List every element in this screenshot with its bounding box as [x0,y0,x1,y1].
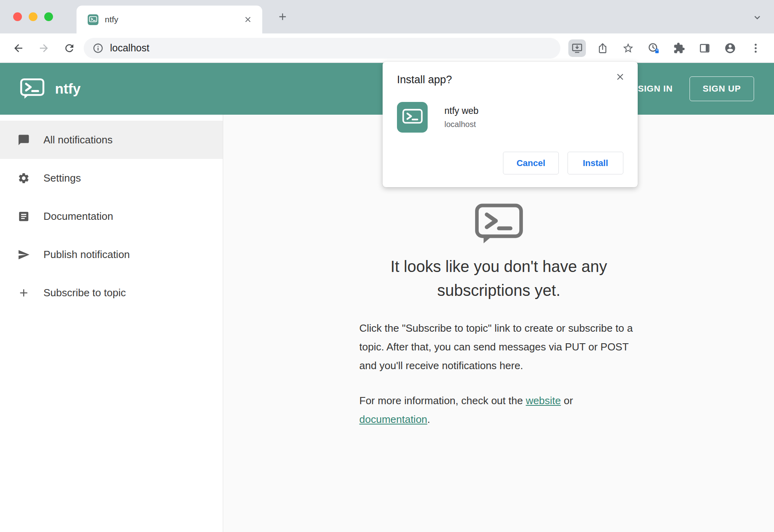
empty-state-more-info: For more information, check out the webs… [359,391,638,429]
reload-button[interactable] [61,39,78,57]
sign-in-button[interactable]: SIGN IN [632,78,678,100]
app-title: ntfy [55,81,81,97]
tab-close-icon[interactable] [242,14,253,25]
extensions-puzzle-icon[interactable] [670,39,688,57]
sidebar-item-label: Publish notification [43,248,130,261]
browser-toolbar: localhost [0,33,774,63]
sidebar-item-subscribe-to-topic[interactable]: Subscribe to topic [0,274,223,312]
sidebar-item-documentation[interactable]: Documentation [0,197,223,235]
install-app-button[interactable] [568,39,586,57]
back-button[interactable] [10,39,27,57]
ntfy-logo-icon [20,78,45,100]
close-window-button[interactable] [13,12,22,21]
forward-button[interactable] [35,39,53,57]
address-bar[interactable]: localhost [84,38,560,59]
more-info-text: For more information, check out the [359,395,526,407]
ntfy-empty-state-icon [474,203,524,244]
install-dialog-app-row: ntfy web localhost [397,102,623,133]
extension-clock-lock-icon[interactable] [645,39,662,57]
sign-up-button[interactable]: SIGN UP [690,76,754,101]
documentation-link[interactable]: documentation [359,413,428,425]
cancel-button[interactable]: Cancel [503,152,559,174]
sidebar-item-settings[interactable]: Settings [0,159,223,197]
subscribe-plus-icon [18,287,30,299]
publish-send-icon [18,248,30,261]
website-link[interactable]: website [526,395,561,407]
empty-state-body: Click the "Subscribe to topic" link to c… [359,319,638,375]
sidebar-item-label: Documentation [43,210,113,223]
window-controls [13,12,53,21]
bookmark-star-icon[interactable] [619,39,637,57]
ntfy-app-icon [397,102,428,133]
site-info-icon[interactable] [92,43,104,54]
tab-strip: ntfy [0,0,774,33]
tab-title: ntfy [105,15,242,24]
install-dialog-app-meta: ntfy web localhost [444,106,479,129]
dialog-close-icon[interactable] [614,70,627,83]
side-panel-icon[interactable] [696,39,713,57]
ntfy-favicon-icon [88,14,98,25]
empty-state-title: It looks like you don't have any subscri… [359,254,638,302]
sidebar-item-publish-notification[interactable]: Publish notification [0,235,223,274]
profile-icon[interactable] [721,39,739,57]
browser-window: ntfy localhost [0,0,774,532]
browser-tab-ntfy[interactable]: ntfy [77,6,262,33]
sidebar-item-all-notifications[interactable]: All notifications [0,121,223,159]
install-dialog-app-origin: localhost [444,120,479,129]
share-button[interactable] [594,39,611,57]
sidebar-item-label: Subscribe to topic [43,287,126,299]
more-info-text: or [561,395,573,407]
menu-kebab-icon[interactable] [747,39,764,57]
install-dialog-actions: Cancel Install [397,152,623,174]
settings-gear-icon [18,172,30,184]
tab-list-chevron-icon[interactable] [752,12,764,24]
documentation-icon [18,210,30,223]
zoom-window-button[interactable] [44,12,53,21]
install-dialog-title: Install app? [397,74,623,86]
minimize-window-button[interactable] [29,12,37,21]
new-tab-button[interactable] [276,10,289,23]
url-text: localhost [110,42,149,54]
sidebar: All notifications Settings Documentation… [0,115,223,532]
install-button[interactable]: Install [568,152,623,174]
install-dialog-app-name: ntfy web [444,106,479,116]
header-actions: SIGN IN SIGN UP [632,76,754,101]
sidebar-item-label: Settings [43,172,81,184]
chat-bubble-icon [18,134,30,146]
sidebar-item-label: All notifications [43,134,112,146]
toolbar-actions [568,39,764,57]
install-app-dialog: Install app? ntfy web localhost Cancel I… [383,62,638,187]
nav-buttons [10,39,78,57]
more-info-text: . [427,413,430,425]
